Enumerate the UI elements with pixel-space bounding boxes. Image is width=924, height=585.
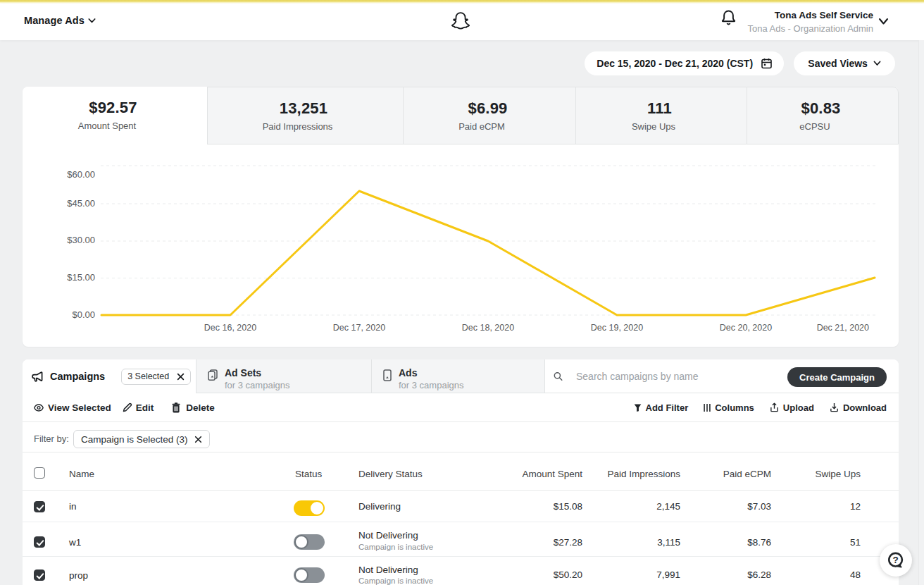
svg-text:$15.00: $15.00 (67, 272, 95, 283)
svg-text:Dec 16, 2020: Dec 16, 2020 (204, 323, 256, 333)
svg-text:$30.00: $30.00 (67, 235, 95, 245)
svg-text:$45.00: $45.00 (67, 198, 95, 209)
svg-text:Dec 17, 2020: Dec 17, 2020 (333, 323, 385, 333)
svg-text:$0.00: $0.00 (72, 309, 95, 320)
svg-text:Dec 19, 2020: Dec 19, 2020 (591, 323, 643, 333)
svg-text:$60.00: $60.00 (67, 169, 95, 180)
svg-text:Dec 18, 2020: Dec 18, 2020 (462, 323, 514, 333)
svg-text:Dec 21, 2020: Dec 21, 2020 (817, 323, 869, 333)
svg-text:Dec 20, 2020: Dec 20, 2020 (720, 323, 772, 333)
svg-text:?: ? (892, 555, 898, 565)
